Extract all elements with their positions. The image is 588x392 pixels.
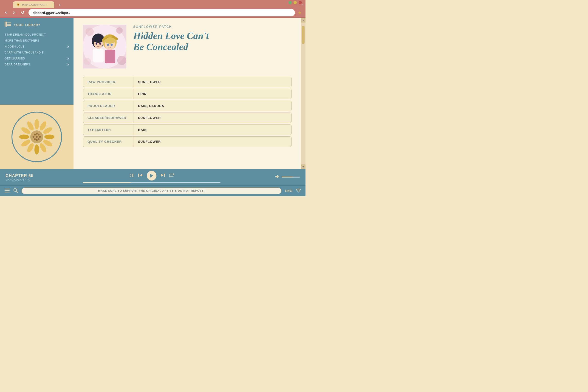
svg-point-21: [32, 136, 34, 138]
svg-point-43: [107, 44, 109, 46]
manga-title-line1: Hidden Love Can't: [133, 30, 209, 41]
svg-point-5: [34, 119, 39, 129]
list-item[interactable]: MORE THAN BROTHERS: [4, 38, 69, 44]
table-row: RAW PROVIDER SUNFLOWER: [83, 77, 292, 87]
bottom-right: ENG: [285, 188, 301, 194]
svg-point-19: [34, 134, 36, 136]
credit-person-3: SUNFLOWER: [133, 112, 292, 123]
list-item[interactable]: GET MARRIED ✿: [4, 56, 69, 62]
credit-role-4: TYPESETTER: [83, 124, 133, 135]
list-item-label: DEAR DREAMERS: [4, 63, 30, 66]
table-row: TRANSLATOR ERIN: [83, 89, 292, 99]
svg-point-18: [36, 133, 38, 134]
refresh-button[interactable]: ↺: [20, 10, 26, 16]
menu-icon[interactable]: [4, 188, 10, 194]
list-item[interactable]: CARP WITH A THOUSAND E...: [4, 50, 69, 56]
table-row: QUALITY CHECKER SUNFLOWER: [83, 136, 292, 147]
progress-bar[interactable]: [83, 182, 220, 183]
credit-role-3: CLEANER/REDRAWER: [83, 112, 133, 123]
svg-rect-2: [7, 22, 11, 23]
window-maximize[interactable]: [294, 1, 297, 4]
chapter-number: CHAPTER 65: [6, 174, 40, 178]
credit-person-4: RAIN: [133, 124, 292, 135]
repeat-button[interactable]: [169, 174, 174, 178]
back-button[interactable]: <: [4, 10, 9, 16]
volume-area: [263, 175, 300, 180]
scroll-track[interactable]: [302, 24, 304, 164]
svg-line-55: [16, 191, 18, 192]
manga-header: SUNFLOWER PATCH Hidden Love Can't Be Con…: [83, 25, 292, 68]
sunflower-svg: [18, 118, 55, 155]
manga-info: SUNFLOWER PATCH Hidden Love Can't Be Con…: [133, 25, 292, 52]
table-row: TYPESETTER RAIN: [83, 124, 292, 135]
sidebar: YOUR LIBRARY STAR DREAM IDOL PROJECT MOR…: [0, 18, 74, 169]
heart-icon: ✿: [66, 45, 69, 48]
svg-point-11: [34, 144, 39, 154]
credit-role-2: PROOFREADER: [83, 100, 133, 111]
play-button[interactable]: [147, 171, 156, 180]
active-tab[interactable]: 🌻 SUNFLOWER PATCH ✕: [13, 2, 54, 8]
list-item[interactable]: STAR DREAM IDOL PROJECT: [4, 32, 69, 38]
progress-fill: [83, 182, 131, 183]
player-bar: CHAPTER 65 MANGADEX/BATO: [0, 169, 306, 185]
library-icon: [4, 22, 11, 28]
svg-rect-53: [4, 192, 10, 192]
heart-icon: ✿: [66, 63, 69, 66]
svg-point-20: [38, 134, 40, 136]
svg-rect-3: [7, 24, 11, 24]
credit-person-2: RAIN, SAKURA: [133, 100, 292, 111]
list-item[interactable]: HIDDEN LOVE ✿: [4, 44, 69, 50]
manga-title-line2: Be Concealed: [133, 42, 188, 52]
volume-icon: [275, 175, 280, 180]
window-minimize[interactable]: [288, 1, 292, 4]
tab-favicon: 🌻: [16, 3, 20, 6]
svg-point-14: [19, 134, 29, 139]
svg-point-22: [36, 136, 38, 138]
volume-fill: [282, 176, 294, 178]
manga-cover: [83, 25, 126, 68]
credit-person-0: SUNFLOWER: [133, 77, 292, 87]
browser-chrome: 🌻 SUNFLOWER PATCH ✕ + < > ↺ ★: [0, 0, 306, 18]
notice-bar: MAKE SURE TO SUPPORT THE ORIGINAL ARTIST…: [22, 188, 281, 194]
cover-art-svg: [83, 25, 126, 68]
svg-point-42: [99, 43, 101, 45]
credit-role-5: QUALITY CHECKER: [83, 136, 133, 147]
svg-point-44: [111, 44, 113, 46]
forward-button[interactable]: >: [12, 10, 17, 16]
svg-point-32: [117, 56, 126, 65]
library-label: YOUR LIBRARY: [14, 23, 40, 27]
table-row: CLEANER/REDRAWER SUNFLOWER: [83, 112, 292, 123]
manga-title: Hidden Love Can't Be Concealed: [133, 30, 292, 52]
svg-marker-47: [150, 174, 153, 178]
svg-rect-51: [4, 189, 10, 190]
svg-point-24: [34, 138, 36, 140]
scroll-up-button[interactable]: ▲: [301, 18, 306, 22]
credits-table: RAW PROVIDER SUNFLOWER TRANSLATOR ERIN P…: [83, 75, 292, 148]
list-item-label: HIDDEN LOVE: [4, 45, 24, 48]
list-item-label: STAR DREAM IDOL PROJECT: [4, 33, 46, 36]
list-item[interactable]: DEAR DREAMERS ✿: [4, 62, 69, 68]
player-controls: [44, 171, 259, 183]
tab-title: SUNFLOWER PATCH: [22, 3, 47, 6]
svg-rect-1: [6, 22, 7, 27]
volume-bar[interactable]: [282, 176, 300, 178]
notice-text: MAKE SURE TO SUPPORT THE ORIGINAL ARTIST…: [98, 189, 205, 192]
svg-marker-48: [161, 174, 163, 177]
scroll-down-button[interactable]: ▼: [301, 164, 306, 169]
address-bar[interactable]: [28, 9, 295, 16]
prev-button[interactable]: [138, 174, 143, 178]
tab-add-button[interactable]: +: [58, 3, 61, 8]
bookmark-button[interactable]: ★: [298, 10, 302, 16]
svg-point-29: [86, 28, 94, 36]
next-button[interactable]: [160, 174, 165, 178]
scroll-thumb[interactable]: [302, 26, 304, 44]
svg-point-23: [39, 136, 41, 138]
language-label: ENG: [285, 189, 292, 193]
window-close[interactable]: [298, 1, 302, 4]
shuffle-button[interactable]: [129, 174, 134, 178]
credit-person-1: ERIN: [133, 89, 292, 99]
scrollbar[interactable]: ▲ ▼: [301, 18, 306, 169]
credit-role-0: RAW PROVIDER: [83, 77, 133, 87]
search-icon[interactable]: [13, 188, 18, 194]
svg-marker-45: [140, 174, 142, 177]
